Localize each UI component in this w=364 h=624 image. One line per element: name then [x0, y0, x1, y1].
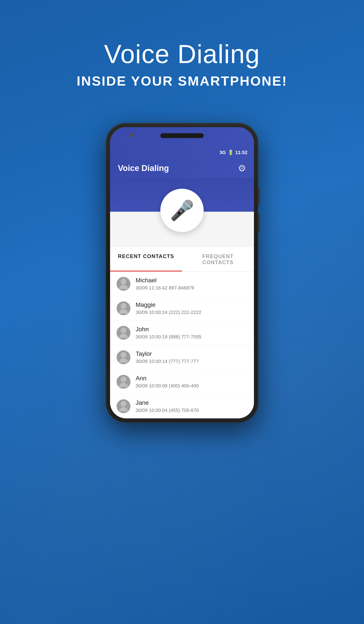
mic-section: 🎤	[110, 178, 254, 234]
avatar-person-icon	[119, 352, 128, 363]
contact-info-0: Michael 30/09 11:16:42 897-846879	[136, 277, 247, 291]
avatar-person-icon	[119, 303, 128, 313]
phone-screen: 3G 🔋 11:52 Voice Dialing ⚙ 🎤	[110, 127, 254, 418]
contact-name-0: Michael	[136, 277, 247, 284]
contact-info-4: Ann 30/09 10:00:09 (400) 400-400	[136, 375, 247, 389]
contact-name-5: Jane	[136, 399, 247, 406]
contact-name-1: Maggie	[136, 301, 247, 308]
contact-item-5[interactable]: Jane 30/09 10:00:04 (455) 705-670	[110, 394, 254, 418]
contact-info-2: John 30/09 10:00:19 (888) 777-7555	[136, 326, 247, 340]
network-indicator: 3G	[219, 150, 226, 155]
avatar-person-icon	[119, 377, 128, 387]
contact-detail-5: 30/09 10:00:04 (455) 705-670	[136, 408, 247, 413]
hero-subtitle: INSIDE YOUR SMARTPHONE!	[77, 73, 287, 89]
contact-detail-3: 30/09 10:00:14 (777) 777-777	[136, 359, 247, 364]
contact-detail-2: 30/09 10:00:19 (888) 777-7555	[136, 334, 247, 340]
contact-info-5: Jane 30/09 10:00:04 (455) 705-670	[136, 399, 247, 413]
contact-item-1[interactable]: Maggie 30/09 10:00:24 (222) 222-2222	[110, 296, 254, 321]
app-title: Voice Dialing	[118, 164, 169, 173]
phone-outer-shell: 3G 🔋 11:52 Voice Dialing ⚙ 🎤	[106, 123, 258, 422]
contact-item-4[interactable]: Ann 30/09 10:00:09 (400) 400-400	[110, 370, 254, 394]
contact-detail-4: 30/09 10:00:09 (400) 400-400	[136, 383, 247, 389]
phone-camera	[130, 133, 133, 137]
contact-info-1: Maggie 30/09 10:00:24 (222) 222-2222	[136, 301, 247, 315]
avatar-person-icon	[119, 401, 128, 412]
contact-name-4: Ann	[136, 375, 247, 382]
phone-top-bar	[110, 127, 254, 147]
mic-button[interactable]: 🎤	[160, 189, 204, 232]
time-display: 11:52	[235, 150, 247, 155]
contact-detail-1: 30/09 10:00:24 (222) 222-2222	[136, 310, 247, 315]
contact-name-2: John	[136, 326, 247, 333]
settings-icon[interactable]: ⚙	[238, 163, 246, 174]
hero-section: Voice Dialing INSIDE YOUR SMARTPHONE!	[77, 39, 287, 89]
avatar-4	[117, 375, 130, 389]
status-icons: 3G 🔋 11:52	[219, 150, 247, 155]
microphone-icon: 🎤	[170, 199, 194, 222]
contact-item-0[interactable]: Michael 30/09 11:16:42 897-846879	[110, 272, 254, 296]
contact-name-3: Taylor	[136, 350, 247, 357]
avatar-3	[117, 350, 130, 364]
avatar-person-icon	[119, 328, 128, 338]
phone-speaker	[160, 133, 204, 138]
hero-title: Voice Dialing	[77, 39, 287, 69]
screen-content: RECENT CONTACTS FREQUENT CONTACTS	[110, 234, 254, 418]
avatar-person-icon	[119, 279, 128, 289]
app-bar: Voice Dialing ⚙	[110, 158, 254, 178]
avatar-1	[117, 301, 130, 315]
avatar-2	[117, 326, 130, 340]
tab-frequent-contacts[interactable]: FREQUENT CONTACTS	[182, 247, 254, 271]
contact-info-3: Taylor 30/09 10:00:14 (777) 777-777	[136, 350, 247, 364]
contact-item-2[interactable]: John 30/09 10:00:19 (888) 777-7555	[110, 321, 254, 345]
tab-recent-contacts[interactable]: RECENT CONTACTS	[110, 247, 182, 271]
contact-detail-0: 30/09 11:16:42 897-846879	[136, 285, 247, 291]
phone-mockup: 3G 🔋 11:52 Voice Dialing ⚙ 🎤	[106, 123, 258, 422]
avatar-5	[117, 399, 130, 413]
contact-item-3[interactable]: Taylor 30/09 10:00:14 (777) 777-777	[110, 345, 254, 370]
tabs-section: RECENT CONTACTS FREQUENT CONTACTS	[110, 247, 254, 272]
battery-icon: 🔋	[228, 150, 234, 155]
contact-list: Michael 30/09 11:16:42 897-846879	[110, 272, 254, 418]
status-bar: 3G 🔋 11:52	[110, 147, 254, 158]
avatar-0	[117, 277, 130, 291]
